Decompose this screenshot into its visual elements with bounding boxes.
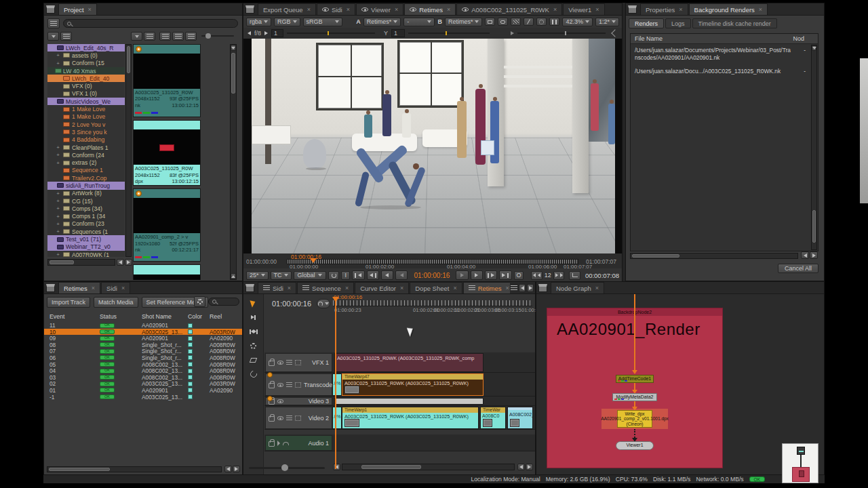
expand-toggle-icon[interactable]: + (55, 152, 61, 158)
expand-toggle-icon[interactable]: + (55, 251, 61, 257)
renders-hscrollbar[interactable] (630, 253, 798, 259)
tree-item-lwch-edit-40s-r[interactable]: -LWch_Edit_40s_R (47, 44, 125, 52)
expand-toggle-icon[interactable]: - (49, 98, 55, 104)
tc-mode-select[interactable]: TC (271, 271, 292, 280)
tree-item-artwork-8[interactable]: +ArtWork (8) (47, 190, 125, 197)
track-header-vfx-1[interactable]: VFX 1 (265, 353, 332, 372)
expand-toggle-icon[interactable]: + (55, 60, 61, 66)
close-icon[interactable]: × (553, 6, 557, 13)
table-row[interactable]: 06OKSingle_Shot_r...A008R0W (44, 354, 242, 361)
tab-retimes[interactable]: Retimes× (463, 282, 510, 293)
tab-sidi[interactable]: Sidi× (258, 282, 296, 293)
eye-icon[interactable] (277, 399, 283, 403)
subtab-logs[interactable]: Logs (665, 18, 691, 28)
table-row[interactable]: -1OKA003C025_13... (44, 394, 242, 401)
next-edit-button[interactable] (485, 270, 497, 280)
tree-item-1-make-love[interactable]: 1 Make Love (47, 113, 125, 121)
expand-toggle-icon[interactable]: + (55, 52, 61, 58)
node-graph-canvas[interactable]: BackdropNode2 AA020901_Render AddTimeCod… (536, 294, 824, 474)
tree-item-3-since-you-k[interactable]: 3 Since you k (47, 128, 125, 136)
tab-retimes[interactable]: Retimes× (404, 3, 456, 15)
tree-item-sidiali-runtroug[interactable]: -sidiAli_RunTroug (47, 182, 125, 189)
project-search-input[interactable] (63, 19, 238, 28)
tab-sidi[interactable]: Sidi× (101, 282, 130, 293)
out-mark-button[interactable]: O (514, 271, 524, 280)
renders-vscrollbar[interactable] (811, 45, 817, 250)
table-row[interactable]: 05OKA008C002_13...A008R0W (44, 361, 242, 368)
column-header-shot-name[interactable]: Shot Name (142, 313, 188, 320)
prev-edit-button[interactable] (367, 270, 379, 280)
fps-select[interactable]: 25* (246, 271, 269, 280)
timeline-scroll-left-icon[interactable] (333, 464, 340, 470)
thumbnail-card[interactable]: AA020901_comp_2 > v1920x108052f @25FPSnk… (133, 188, 201, 262)
tab-retimes[interactable]: Retimes× (58, 282, 100, 293)
render-row[interactable]: /Users/juan.salazar/Documents/Projects/W… (631, 44, 818, 65)
tree-item-assets-0[interactable]: +assets (0) (47, 52, 125, 59)
gain-value[interactable]: 1 (271, 29, 283, 37)
tree-list-button[interactable] (60, 32, 72, 41)
track-header-audio-1[interactable]: Audio 1 (265, 435, 332, 451)
close-icon[interactable]: × (345, 285, 349, 291)
wipe-icon[interactable] (524, 18, 534, 26)
renders-scroll-right-icon[interactable] (810, 251, 818, 259)
node-column-header[interactable]: Nod (793, 35, 804, 42)
tree-item-musicvideos-we[interactable]: -MusicVideos_We (47, 98, 125, 105)
gamma-slider[interactable] (408, 33, 490, 34)
table-row[interactable]: 08OKSingle_Shot_r...A008R0W (44, 342, 242, 348)
step-fwd-button[interactable] (456, 270, 468, 280)
boxy-icon[interactable] (295, 415, 301, 421)
renders-scroll-left-icon[interactable] (801, 251, 809, 259)
subtab-renders[interactable]: Renders (629, 18, 664, 28)
grid-view-button[interactable] (47, 18, 60, 28)
clip-video3[interactable] (334, 398, 484, 405)
colorspace-select[interactable]: sRGB (303, 18, 343, 26)
proxy-select[interactable]: 1:2* (595, 18, 619, 26)
thumbnail-card[interactable]: A003C025_131025_R0W2048x115293f @25FPSnk… (133, 44, 201, 117)
viewer-playhead-marker[interactable] (310, 258, 317, 263)
thumbnail-card[interactable] (133, 264, 201, 280)
retimes-scroll-left-icon[interactable] (224, 466, 232, 472)
blend-select[interactable]: - (403, 18, 435, 26)
track-height-slider[interactable] (249, 467, 325, 469)
table-row[interactable]: 10OKA003C025_13...A003R0W (44, 329, 242, 336)
expand-toggle-icon[interactable]: + (55, 221, 61, 227)
close-icon[interactable]: × (506, 285, 509, 291)
pane-icon[interactable] (245, 5, 254, 14)
clip-vfx1[interactable]: A003C025_131025_R0WK (A003C025_131025_R0… (334, 353, 484, 372)
table-row[interactable]: 07OKSingle_Shot_r...A008R0W (44, 348, 242, 354)
clip-video2-head[interactable]: .0% (332, 407, 342, 429)
range-select[interactable]: Global (294, 271, 326, 280)
volume-icon[interactable] (511, 31, 514, 35)
layer-select[interactable]: RGB (274, 18, 300, 26)
zebra-icon[interactable] (511, 18, 521, 26)
track-header-video-2[interactable]: Video 2 (265, 407, 332, 429)
table-row[interactable]: 03OKA008C002_13...A008R0W (44, 374, 242, 381)
step-back-button[interactable] (395, 270, 408, 280)
expand-toggle-icon[interactable]: - (49, 182, 55, 188)
pane-icon[interactable] (628, 5, 637, 14)
tab-properties[interactable]: Properties× (640, 3, 688, 15)
tab-viewer[interactable]: Viewer× (356, 3, 403, 15)
tab-curve-editor[interactable]: Curve Editor× (355, 282, 409, 293)
clip-a008-1[interactable]: TimeWarA008C0 (480, 407, 506, 429)
cancel-all-button[interactable]: Cancel All (778, 264, 818, 273)
tree-sort-button[interactable] (47, 32, 59, 41)
tree-item-comps-34[interactable]: +Comps (34) (47, 205, 125, 212)
input-a-select[interactable]: Retimes* (363, 18, 401, 26)
lock-icon[interactable] (269, 441, 275, 447)
gamma-value[interactable]: 1 (391, 29, 405, 37)
layers-icon[interactable] (286, 360, 292, 365)
tab-a008c002-131025-r0wk[interactable]: A008C002_131025_R0WK× (456, 3, 562, 15)
lock-icon[interactable] (269, 383, 275, 388)
new-tab-icon[interactable] (511, 285, 517, 291)
close-icon[interactable]: × (395, 6, 398, 13)
column-header-color[interactable]: Color (188, 313, 210, 320)
close-icon[interactable]: × (92, 285, 95, 291)
eye-icon[interactable] (277, 383, 283, 387)
pane-icon[interactable] (538, 284, 547, 292)
tab-background-renders[interactable]: Background Renders× (689, 3, 768, 15)
thumb-grid-button[interactable] (159, 32, 171, 41)
tree-item-vfx-1-0[interactable]: VFX 1 (0) (47, 90, 125, 98)
tab-project[interactable]: Project× (58, 3, 97, 15)
pane-icon[interactable] (46, 5, 55, 14)
